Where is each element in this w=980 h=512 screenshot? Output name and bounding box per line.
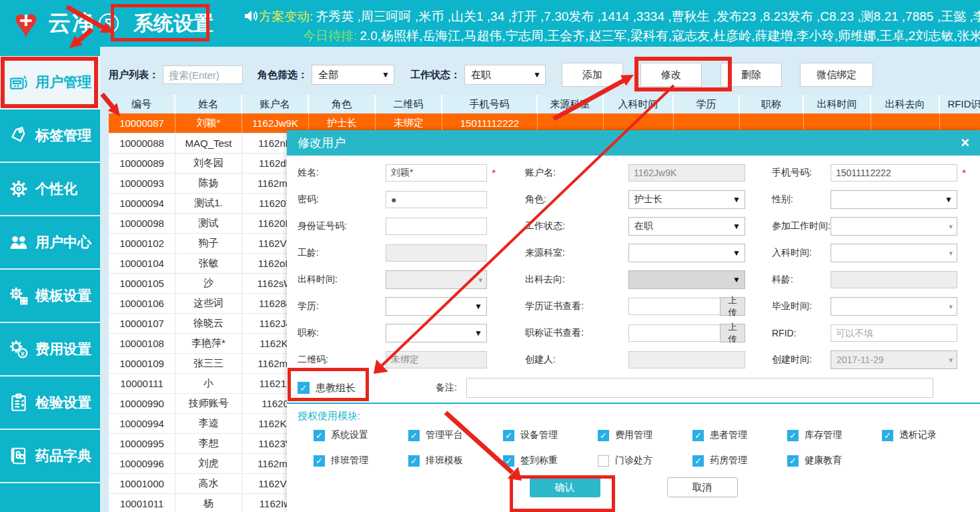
source-dept-select[interactable]: ▼ — [628, 244, 745, 262]
gender-field-wrap: ▼ — [831, 190, 957, 209]
authorized-modules-title: 授权使用模块: — [287, 404, 980, 424]
qr-code-label: 二维码: — [298, 354, 386, 366]
role-select[interactable]: 护士长▼ — [628, 190, 745, 209]
cell-name: 李逵 — [175, 414, 242, 433]
module-label: 透析记录 — [899, 429, 937, 441]
module-item[interactable]: ✓签到称重 — [503, 455, 598, 467]
cell-name: 刘虎 — [175, 454, 242, 473]
gear-icon — [9, 179, 29, 199]
title-cert-input[interactable] — [628, 324, 720, 342]
users-icon — [9, 232, 29, 252]
create-date-field-wrap: 2017-11-29▾ — [831, 350, 957, 369]
name-input[interactable] — [386, 164, 487, 182]
creator-input — [628, 351, 745, 368]
cell-id: 10000094 — [109, 194, 175, 213]
gender-select[interactable]: ▼ — [831, 190, 957, 209]
module-checkbox[interactable]: ✓ — [314, 430, 325, 441]
module-checkbox[interactable]: ✓ — [408, 430, 420, 441]
chevron-down-icon: ▾ — [478, 276, 482, 284]
heart-cross-logo-icon: ♥+ — [7, 4, 45, 43]
module-item[interactable]: ✓药房管理 — [692, 455, 787, 467]
sidebar-item-drug-dictionary[interactable]: 药品字典 — [0, 430, 100, 483]
modify-button[interactable]: 修改 — [640, 63, 702, 87]
id-number-field-wrap — [386, 218, 487, 235]
module-checkbox[interactable]: ✓ — [503, 430, 514, 441]
create-date-label: 创建时间: — [745, 354, 831, 366]
module-checkbox[interactable]: ✓ — [787, 430, 799, 441]
module-label: 设备管理 — [520, 429, 558, 441]
graduation-date-select[interactable]: ▾ — [831, 297, 957, 316]
module-checkbox[interactable]: ✓ — [692, 455, 704, 467]
module-item[interactable]: ✓排班模板 — [408, 455, 503, 467]
close-icon[interactable]: × — [961, 136, 969, 150]
password-input[interactable] — [386, 191, 487, 208]
sidebar-item-personalization[interactable]: 个性化 — [0, 163, 100, 216]
template-icon — [9, 286, 29, 306]
module-item[interactable]: ✓管理平台 — [408, 429, 503, 441]
chevron-down-icon: ▼ — [732, 195, 741, 204]
education-cert-input[interactable] — [628, 298, 720, 315]
work-start-date-select[interactable]: ▾ — [831, 217, 957, 236]
module-checkbox[interactable]: ✓ — [787, 455, 799, 467]
account-label: 账户名: — [487, 167, 628, 179]
rfid-input[interactable] — [831, 324, 957, 342]
dept-entry-date-select[interactable]: ▾ — [831, 244, 957, 262]
module-checkbox[interactable]: ✓ — [408, 455, 420, 467]
sidebar-item-lab-settings[interactable]: 检验设置 — [0, 376, 100, 430]
module-checkbox[interactable]: ✓ — [692, 430, 704, 441]
sidebar-item-user-management[interactable]: 用户管理 — [0, 56, 100, 109]
module-item[interactable]: 门诊处方 — [598, 455, 692, 467]
module-item[interactable]: ✓透析记录 — [882, 429, 977, 441]
education-cert-field-wrap: 上传 — [628, 297, 745, 316]
patient-education-leader-label: 患教组长 — [316, 382, 356, 395]
title-cert-field-wrap: 上传 — [628, 324, 745, 342]
remark-input[interactable] — [466, 378, 933, 398]
module-checkbox[interactable]: ✓ — [503, 455, 514, 467]
cell-name: 小 — [175, 374, 242, 393]
module-item[interactable]: ✓排班管理 — [314, 455, 408, 467]
work-status-select[interactable]: 在职▼ — [628, 217, 745, 236]
education-cert-upload-button[interactable]: 上传 — [720, 297, 745, 316]
graduation-date-label: 毕业时间: — [745, 300, 831, 312]
cell-id: 10000105 — [109, 274, 175, 293]
module-checkbox[interactable]: ✓ — [314, 455, 325, 467]
cell-name: 测试 — [175, 214, 242, 233]
sidebar-item-user-center[interactable]: 用户中心 — [0, 216, 100, 270]
confirm-button[interactable]: 确认 — [530, 477, 600, 497]
phone-input[interactable] — [831, 164, 957, 182]
module-item[interactable]: ✓患者管理 — [692, 429, 787, 441]
role-filter-select[interactable]: 全部▼ — [312, 65, 394, 85]
delete-button[interactable]: 删除 — [720, 63, 782, 87]
module-checkbox[interactable]: ✓ — [598, 430, 609, 441]
module-item[interactable]: ✓费用管理 — [598, 429, 692, 441]
sidebar-item-template-settings[interactable]: 模板设置 — [0, 270, 100, 323]
cell-id: 10000098 — [109, 214, 175, 233]
required-asterisk: * — [492, 167, 496, 178]
module-item[interactable]: ✓库存管理 — [787, 429, 882, 441]
wechat-bind-button[interactable]: 微信绑定 — [800, 63, 873, 87]
education-select[interactable]: ▼ — [386, 297, 487, 316]
title-cert-upload-button[interactable]: 上传 — [720, 324, 745, 342]
patient-education-leader-checkbox[interactable]: ✓ — [298, 382, 310, 394]
id-number-input[interactable] — [386, 218, 487, 235]
work-status-select[interactable]: 在职▼ — [464, 65, 546, 85]
module-item[interactable]: ✓设备管理 — [503, 429, 598, 441]
chevron-down-icon: ▼ — [732, 275, 741, 284]
module-checkbox[interactable]: ✓ — [882, 430, 893, 441]
dept-entry-date-label: 入科时间: — [745, 247, 831, 259]
module-label: 系统设置 — [331, 429, 368, 441]
cancel-button[interactable]: 取消 — [667, 477, 738, 497]
search-input[interactable] — [163, 65, 243, 84]
module-checkbox[interactable] — [598, 455, 609, 467]
graduation-date-field-wrap: ▾ — [831, 297, 957, 316]
module-item[interactable]: ✓健康教育 — [787, 455, 882, 467]
module-item[interactable]: ✓系统设置 — [314, 429, 408, 441]
sidebar-item-fee-settings[interactable]: ¥费用设置 — [0, 323, 100, 376]
column-header: 学历 — [674, 95, 740, 113]
sidebar-item-tag-management[interactable]: 标签管理 — [0, 109, 100, 163]
creator-field-wrap — [628, 351, 745, 368]
gender-label: 性别: — [745, 194, 831, 206]
add-button[interactable]: 添加 — [562, 63, 623, 87]
job-title-select[interactable]: ▼ — [386, 324, 487, 342]
seniority-field-wrap — [386, 244, 487, 262]
